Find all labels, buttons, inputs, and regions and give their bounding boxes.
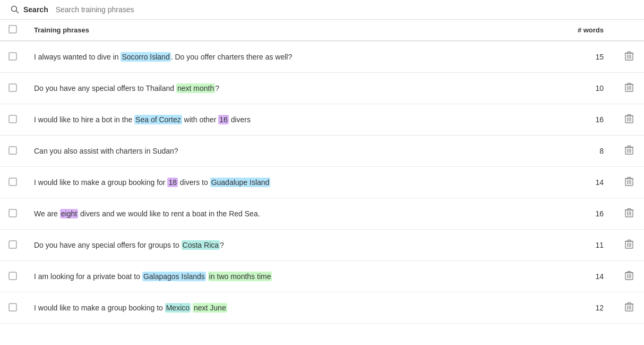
- phrase-text: I am looking for a private boat to: [34, 272, 142, 281]
- phrase-tag-teal: Costa Rica: [182, 240, 220, 250]
- table-row: I am looking for a private boat to Galap…: [0, 261, 644, 292]
- delete-button[interactable]: [623, 268, 636, 284]
- table-row: We are eight divers and we would like to…: [0, 198, 644, 230]
- delete-button[interactable]: [623, 300, 636, 316]
- row-checkbox[interactable]: [8, 52, 17, 61]
- phrase-tag-purple: 18: [167, 178, 178, 187]
- row-checkbox[interactable]: [8, 303, 17, 312]
- action-cell: [614, 41, 644, 73]
- phrase-text: divers to: [178, 178, 210, 187]
- words-cell: 14: [531, 167, 614, 198]
- row-checkbox-cell: [0, 261, 25, 292]
- phrase-text: Do you have any special offers for group…: [34, 241, 182, 249]
- words-cell: 12: [531, 292, 614, 324]
- row-checkbox[interactable]: [8, 115, 17, 123]
- phrase-tag-green: in two months time: [208, 272, 272, 281]
- header-action-col: [614, 20, 644, 41]
- phrase-cell: I always wanted to dive in Socorro Islan…: [25, 41, 531, 73]
- phrase-text: . Do you offer charters there as well?: [171, 53, 293, 61]
- training-phrases-table: Training phrases # words I always wanted…: [0, 20, 644, 324]
- phrase-text: We are: [34, 209, 60, 218]
- row-checkbox-cell: [0, 41, 25, 73]
- table-row: I would like to hire a bot in the Sea of…: [0, 104, 644, 136]
- phrase-tag-green: next June: [193, 303, 227, 313]
- delete-button[interactable]: [623, 112, 636, 128]
- phrase-cell: Do you have any special offers to Thaila…: [25, 73, 531, 104]
- phrase-text: with other: [182, 115, 218, 124]
- header-checkbox[interactable]: [8, 25, 17, 33]
- delete-button[interactable]: [623, 49, 636, 65]
- table-row: I would like to make a group booking for…: [0, 167, 644, 198]
- phrase-cell: We are eight divers and we would like to…: [25, 198, 531, 230]
- row-checkbox-cell: [0, 167, 25, 198]
- table-row: Do you have any special offers for group…: [0, 230, 644, 261]
- delete-button[interactable]: [623, 206, 636, 222]
- phrase-text: I would like to make a group booking for: [34, 178, 167, 187]
- row-checkbox[interactable]: [8, 240, 17, 249]
- row-checkbox[interactable]: [8, 209, 17, 217]
- svg-line-1: [16, 11, 19, 13]
- row-checkbox[interactable]: [8, 272, 17, 280]
- action-cell: [614, 230, 644, 261]
- action-cell: [614, 136, 644, 167]
- header-words-col: # words: [531, 20, 614, 41]
- row-checkbox-cell: [0, 292, 25, 324]
- delete-button[interactable]: [623, 143, 636, 159]
- words-cell: 16: [531, 104, 614, 136]
- table-header-row: Training phrases # words: [0, 20, 644, 41]
- row-checkbox-cell: [0, 198, 25, 230]
- search-bar: Search: [0, 0, 644, 20]
- search-label: Search: [23, 5, 48, 14]
- words-cell: 11: [531, 230, 614, 261]
- phrase-cell: Do you have any special offers for group…: [25, 230, 531, 261]
- phrase-text: Do you have any special offers to Thaila…: [34, 84, 176, 92]
- header-checkbox-col: [0, 20, 25, 41]
- phrase-tag-blue: Socorro Island: [121, 52, 170, 62]
- phrase-tag-purple: eight: [60, 209, 78, 218]
- row-checkbox-cell: [0, 73, 25, 104]
- phrase-cell: I am looking for a private boat to Galap…: [25, 261, 531, 292]
- phrase-text: ?: [220, 241, 224, 249]
- words-cell: 8: [531, 136, 614, 167]
- action-cell: [614, 104, 644, 136]
- table-row: Can you also assist with charters in Sud…: [0, 136, 644, 167]
- table-row: Do you have any special offers to Thaila…: [0, 73, 644, 104]
- phrase-cell: Can you also assist with charters in Sud…: [25, 136, 531, 167]
- table-row: I always wanted to dive in Socorro Islan…: [0, 41, 644, 73]
- phrase-text: ?: [215, 84, 219, 92]
- row-checkbox-cell: [0, 136, 25, 167]
- phrase-tag-blue: Galapagos Islands: [142, 272, 206, 281]
- phrase-text: divers: [229, 115, 251, 124]
- delete-button[interactable]: [623, 80, 636, 96]
- words-cell: 16: [531, 198, 614, 230]
- words-cell: 10: [531, 73, 614, 104]
- row-checkbox-cell: [0, 230, 25, 261]
- delete-button[interactable]: [623, 237, 636, 253]
- header-phrase-col: Training phrases: [25, 20, 531, 41]
- action-cell: [614, 292, 644, 324]
- phrase-tag-teal: Mexico: [165, 303, 191, 313]
- row-checkbox-cell: [0, 104, 25, 136]
- action-cell: [614, 73, 644, 104]
- words-cell: 14: [531, 261, 614, 292]
- table-row: I would like to make a group booking to …: [0, 292, 644, 324]
- action-cell: [614, 261, 644, 292]
- phrase-tag-blue: Guadalupe Island: [210, 178, 271, 187]
- phrase-text: I always wanted to dive in: [34, 53, 121, 61]
- row-checkbox[interactable]: [8, 178, 17, 186]
- phrase-cell: I would like to hire a bot in the Sea of…: [25, 104, 531, 136]
- row-checkbox[interactable]: [8, 83, 17, 92]
- action-cell: [614, 198, 644, 230]
- phrase-tag-green: next month: [176, 83, 215, 93]
- phrase-cell: I would like to make a group booking to …: [25, 292, 531, 324]
- action-cell: [614, 167, 644, 198]
- phrase-text: divers and we would like to rent a boat …: [78, 209, 260, 218]
- phrase-text: I would like to make a group booking to: [34, 304, 165, 312]
- phrase-text: I would like to hire a bot in the: [34, 115, 134, 124]
- phrase-tag-blue: Sea of Cortez: [134, 115, 182, 124]
- phrase-text: Can you also assist with charters in Sud…: [34, 147, 178, 155]
- search-icon: [11, 5, 19, 14]
- search-input[interactable]: [56, 5, 633, 14]
- row-checkbox[interactable]: [8, 146, 17, 155]
- delete-button[interactable]: [623, 174, 636, 190]
